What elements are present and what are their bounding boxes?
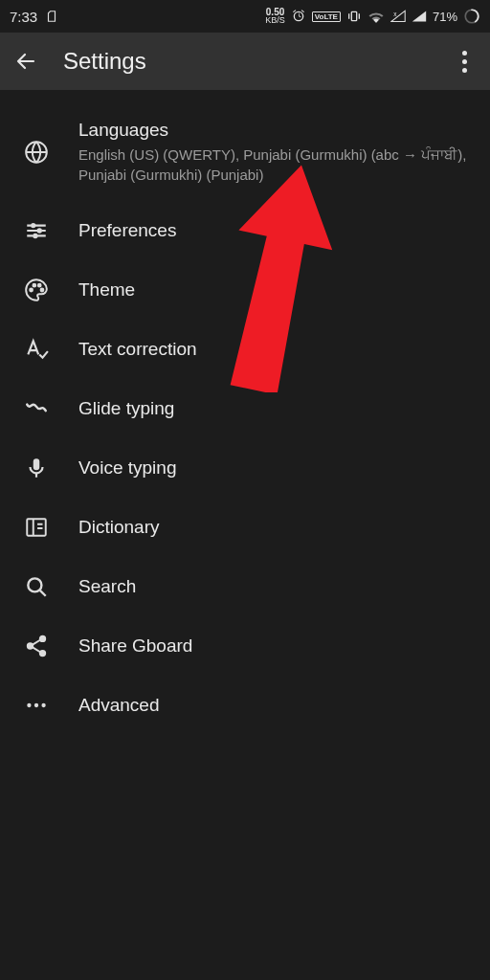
svg-point-12 <box>28 578 41 591</box>
row-label: Share Gboard <box>78 635 473 657</box>
svg-point-9 <box>38 284 41 287</box>
svg-rect-11 <box>27 519 46 535</box>
row-label: Glide typing <box>78 398 473 419</box>
row-glide-typing[interactable]: Glide typing <box>0 379 490 438</box>
row-label: Voice typing <box>78 457 473 479</box>
status-bar: 7:33 0.50 KB/S VoLTE x 71% <box>0 0 490 33</box>
globe-icon <box>23 139 50 166</box>
svg-point-7 <box>30 289 33 292</box>
svg-point-18 <box>41 703 45 707</box>
signal-x-icon: x <box>390 10 406 23</box>
alarm-icon <box>291 9 306 24</box>
svg-point-6 <box>33 234 36 237</box>
row-theme[interactable]: Theme <box>0 260 490 320</box>
row-label: Advanced <box>78 695 473 716</box>
row-label: Search <box>78 576 473 597</box>
row-advanced[interactable]: Advanced <box>0 676 490 735</box>
svg-rect-0 <box>351 11 356 20</box>
volte-badge: VoLTE <box>312 11 341 22</box>
battery-ring-icon <box>463 8 480 25</box>
row-share-gboard[interactable]: Share Gboard <box>0 616 490 676</box>
row-search[interactable]: Search <box>0 557 490 616</box>
data-speed: 0.50 KB/S <box>265 8 285 24</box>
row-voice-typing[interactable]: Voice typing <box>0 438 490 498</box>
app-bar: Settings <box>0 33 490 90</box>
wifi-icon <box>368 10 385 23</box>
row-label: Text correction <box>78 339 473 360</box>
glide-icon <box>23 395 50 422</box>
row-dictionary[interactable]: Dictionary <box>0 498 490 557</box>
overflow-menu-button[interactable] <box>452 51 477 73</box>
sliders-icon <box>23 217 50 244</box>
row-label: Dictionary <box>78 517 473 538</box>
dictionary-icon <box>23 514 50 541</box>
share-icon <box>23 633 50 659</box>
signal-icon <box>412 10 427 23</box>
settings-list: Languages English (US) (QWERTY), Punjabi… <box>0 90 490 735</box>
battery-text: 71% <box>433 10 457 24</box>
palette-icon <box>23 277 50 303</box>
row-label: Preferences <box>78 220 473 241</box>
svg-point-5 <box>38 229 41 232</box>
row-text-correction[interactable]: Text correction <box>0 320 490 379</box>
search-icon <box>23 573 50 600</box>
svg-point-10 <box>41 289 44 292</box>
page-title: Settings <box>63 48 427 75</box>
status-time: 7:33 <box>10 9 37 25</box>
svg-text:x: x <box>393 11 397 17</box>
row-label: Theme <box>78 279 473 301</box>
row-preferences[interactable]: Preferences <box>0 201 490 260</box>
mic-icon <box>23 455 50 481</box>
row-label: Languages <box>78 120 473 141</box>
row-subtitle: English (US) (QWERTY), Punjabi (Gurmukhi… <box>78 143 473 185</box>
vibrate-icon <box>346 9 362 24</box>
row-languages[interactable]: Languages English (US) (QWERTY), Punjabi… <box>0 103 490 201</box>
svg-point-16 <box>27 703 31 707</box>
more-icon <box>23 692 50 719</box>
svg-point-4 <box>32 224 34 227</box>
svg-point-8 <box>33 284 35 287</box>
svg-point-17 <box>34 703 38 707</box>
sim-icon <box>45 10 58 23</box>
text-correction-icon <box>23 336 50 363</box>
back-button[interactable] <box>13 49 38 74</box>
